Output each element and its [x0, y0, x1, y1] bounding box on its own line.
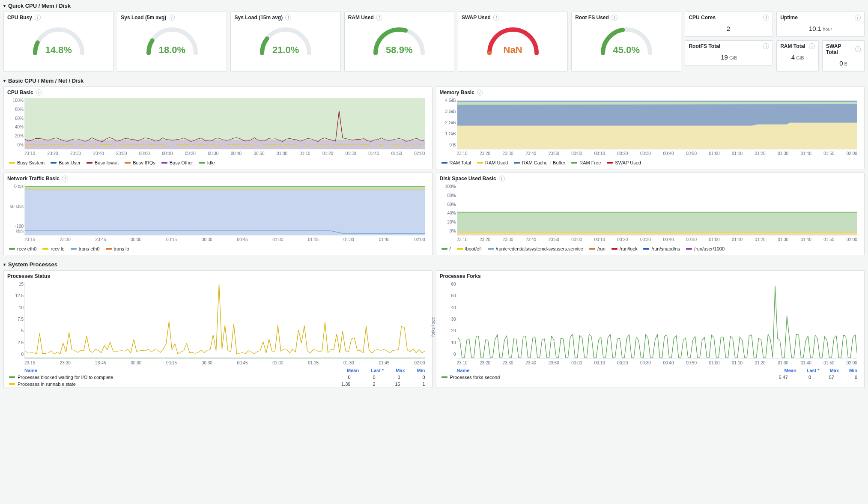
y-tick: 0 b/s [6, 184, 24, 189]
y-tick: 50 [439, 293, 456, 298]
table-row[interactable]: Processes blocked waiting for I/O to com… [4, 374, 432, 381]
legend-item[interactable]: Busy System [9, 160, 45, 165]
disk-basic-plot [457, 184, 858, 236]
y-tick: 7.5 [6, 317, 24, 322]
x-tick: 23:40 [93, 151, 104, 156]
info-icon: i [763, 15, 769, 21]
col-header[interactable]: Min [417, 368, 425, 373]
gauge-root-fs-used[interactable]: Root FS Usedi45.0% [571, 12, 681, 72]
gauge-ram-used[interactable]: RAM Usedi58.9% [344, 12, 454, 72]
legend-item[interactable]: SWAP Used [607, 160, 641, 165]
svg-rect-4 [25, 189, 425, 235]
legend-item[interactable]: /run/lock [611, 246, 638, 251]
legend-item[interactable]: /run/snapd/ns [643, 246, 680, 251]
y-tick: 80% [439, 193, 456, 198]
legend-item[interactable]: RAM Cache + Buffer [514, 160, 565, 165]
legend-item[interactable]: Busy Other [161, 160, 193, 165]
panel-processes-forks[interactable]: Processes Forks forks / sec 605040302010… [436, 270, 865, 388]
gauge-swap-used[interactable]: SWAP UsediNaN [458, 12, 568, 72]
col-header[interactable]: Max [396, 368, 405, 373]
legend-item[interactable]: RAM Used [477, 160, 508, 165]
legend-label: Busy Iowait [95, 160, 119, 165]
col-header[interactable]: Mean [347, 368, 359, 373]
legend-swatch [87, 162, 92, 164]
legend-item[interactable]: RAM Total [441, 160, 471, 165]
legend-label: recv lo [51, 246, 64, 251]
legend-label: RAM Total [450, 160, 471, 165]
legend-item[interactable]: Busy IRQs [125, 160, 155, 165]
legend-label: /run/credentials/systemd-sysusers.servic… [496, 246, 583, 251]
col-name[interactable]: Name [457, 368, 470, 373]
row-toggle-quick[interactable]: ▾ Quick CPU / Mem / Disk [0, 0, 868, 12]
x-tick: 01:20 [322, 151, 333, 156]
legend-item[interactable]: recv lo [42, 246, 64, 251]
legend-item[interactable]: /run [589, 246, 606, 251]
stat-title: RAM Total [780, 43, 805, 49]
x-tick: 01:30 [343, 237, 354, 242]
gauge-sys-load-5m-avg-[interactable]: Sys Load (5m avg)i18.0% [117, 12, 227, 72]
legend-swatch [9, 162, 15, 164]
panel-cpu-basic[interactable]: CPU Basici 100%80%60%40%20%0% 23:1023:20… [3, 86, 433, 169]
svg-rect-8 [457, 212, 858, 235]
legend-item[interactable]: / [441, 246, 451, 251]
panel-title: Sys Load (15m avg) [234, 15, 283, 21]
panel-processes-status[interactable]: Processes Status counter 1512.5107.552.5… [3, 270, 433, 388]
legend-item[interactable]: RAM Free [571, 160, 601, 165]
col-name[interactable]: Name [24, 368, 37, 373]
legend-swatch [514, 162, 520, 164]
legend-item[interactable]: trans eth0 [71, 246, 100, 251]
stat-swap-total[interactable]: SWAP Totali 0B [822, 40, 865, 72]
legend-swatch [9, 376, 15, 378]
stat-rootfs-total[interactable]: RootFS Totali 19GiB [685, 40, 773, 66]
x-tick: 01:15 [308, 237, 319, 242]
table-row[interactable]: Processes forks second5.470570 [436, 374, 865, 381]
x-tick: 00:45 [237, 237, 248, 242]
col-header[interactable]: Last * [371, 368, 384, 373]
legend-swatch [643, 248, 649, 250]
stat-cpu-cores[interactable]: CPU Coresi 2 [685, 12, 773, 37]
col-header[interactable]: Last * [807, 368, 820, 373]
legend-item[interactable]: Busy User [51, 160, 81, 165]
col-header[interactable]: Mean [784, 368, 796, 373]
row-toggle-procs[interactable]: ▾ System Processes [0, 259, 868, 270]
panel-disk-basic[interactable]: Disk Space Used Basici 100%80%60%40%20%0… [436, 173, 865, 255]
gauge-cpu-busy[interactable]: CPU Busyi14.8% [3, 12, 113, 72]
stat-uptime[interactable]: Uptimei 10.1hour [776, 12, 865, 37]
panel-network-basic[interactable]: Network Traffic Basici 0 b/s-50 kb/s-100… [3, 173, 433, 255]
table-row[interactable]: Processes in runnable state1.392151 [4, 381, 432, 388]
x-tick: 01:20 [755, 237, 766, 242]
legend-label: / [450, 246, 451, 251]
panel-title: Root FS Used [575, 15, 609, 21]
stat-ram-total[interactable]: RAM Totali 4GiB [776, 40, 819, 72]
legend-item[interactable]: /boot/efi [457, 246, 482, 251]
legend-item[interactable]: recv eth0 [9, 246, 36, 251]
panel-title: Disk Space Used Basic [440, 176, 496, 182]
info-icon: i [763, 43, 769, 49]
info-icon: i [62, 176, 68, 182]
legend-item[interactable]: Idle [199, 160, 215, 165]
x-tick: 01:00 [277, 151, 287, 156]
legend-item[interactable]: Busy Iowait [87, 160, 119, 165]
y-tick: 100% [439, 184, 456, 189]
x-tick: 00:20 [185, 151, 196, 156]
legend-item[interactable]: /run/credentials/systemd-sysusers.servic… [488, 246, 583, 251]
y-tick: 12.5 [6, 293, 24, 298]
y-tick: 40% [6, 125, 24, 129]
gauge-arc: 58.9% [369, 23, 429, 57]
row-toggle-basic[interactable]: ▾ Basic CPU / Mem / Net / Disk [0, 75, 868, 86]
panel-memory-basic[interactable]: Memory Basici 4 GiB3 GiB2 GiB1 GiB0 B 23… [436, 86, 865, 169]
legend-item[interactable]: /run/user/1000 [686, 246, 725, 251]
x-tick: 23:20 [480, 361, 490, 365]
col-header[interactable]: Max [830, 368, 839, 373]
y-tick: 60 [439, 282, 456, 286]
row-title: Basic CPU / Mem / Net / Disk [8, 78, 84, 84]
panel-title: Processes Forks [440, 273, 481, 279]
legend-item[interactable]: trans lo [106, 246, 129, 251]
legend-label: /run/user/1000 [694, 246, 725, 251]
y-tick: 60% [439, 202, 456, 207]
cell: 0 [363, 375, 376, 380]
gauge-sys-load-15m-avg-[interactable]: Sys Load (15m avg)i21.0% [230, 12, 340, 72]
y-tick: 0 [6, 352, 24, 357]
col-header[interactable]: Min [849, 368, 857, 373]
x-tick: 02:00 [847, 237, 857, 242]
